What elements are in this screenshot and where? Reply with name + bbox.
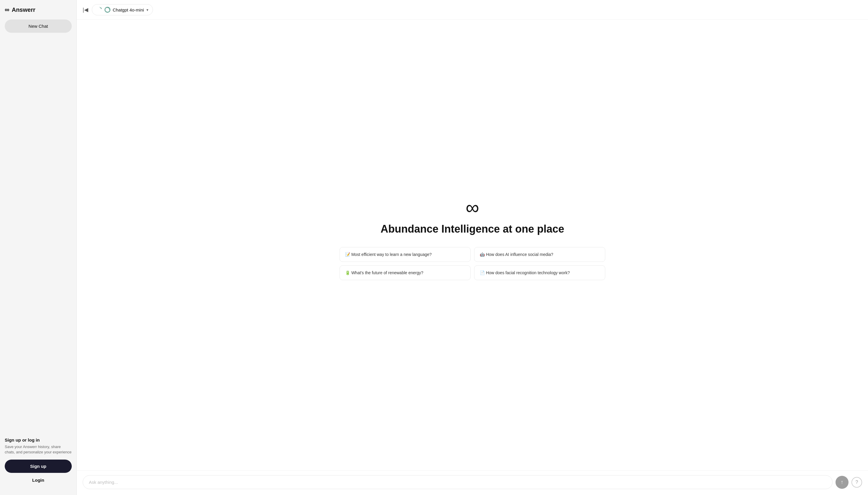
hero-section: ∞ Abundance Intelligence at one place <box>380 198 564 235</box>
signin-section: Sign up or log in Save your Answerr hist… <box>5 438 72 484</box>
suggestion-card-3[interactable]: 📄 How does facial recognition technology… <box>474 266 605 280</box>
model-selector-button[interactable]: Chatgpt 4o-mini ▾ <box>92 4 153 15</box>
hero-infinity-icon: ∞ <box>465 198 479 217</box>
collapse-icon: |◀ <box>83 6 88 13</box>
hero-title: Abundance Intelligence at one place <box>380 223 564 235</box>
gpt-logo-icon <box>96 7 102 13</box>
signin-title: Sign up or log in <box>5 438 72 442</box>
openai-logo-icon <box>104 7 110 13</box>
header: |◀ Chatgpt 4o-mini ▾ <box>77 0 868 20</box>
new-chat-button[interactable]: New Chat <box>5 19 72 33</box>
app-name: Answerr <box>12 6 35 13</box>
help-icon: ? <box>856 480 858 485</box>
suggestion-card-2[interactable]: 🔋 What's the future of renewable energy? <box>340 266 471 280</box>
input-area: ↑ ? <box>77 470 868 495</box>
login-button[interactable]: Login <box>5 476 72 484</box>
signup-button[interactable]: Sign up <box>5 460 72 473</box>
send-icon: ↑ <box>841 479 844 485</box>
main-area: |◀ Chatgpt 4o-mini ▾ ∞ Abundance Intelli… <box>77 0 868 495</box>
help-button[interactable]: ? <box>851 477 862 488</box>
collapse-sidebar-button[interactable]: |◀ <box>83 6 88 13</box>
suggestion-card-0[interactable]: 📝 Most efficient way to learn a new lang… <box>340 247 471 262</box>
logo-area: ∞ Answerr <box>5 6 72 14</box>
send-button[interactable]: ↑ <box>835 476 849 489</box>
content-area: ∞ Abundance Intelligence at one place 📝 … <box>77 20 868 470</box>
sidebar: ∞ Answerr New Chat Sign up or log in Sav… <box>0 0 77 495</box>
suggestion-card-1[interactable]: 🤖 How does AI influence social media? <box>474 247 605 262</box>
suggestion-grid: 📝 Most efficient way to learn a new lang… <box>340 247 605 280</box>
model-name: Chatgpt 4o-mini <box>113 7 144 12</box>
signin-description: Save your Answerr history, share chats, … <box>5 444 72 455</box>
chevron-down-icon: ▾ <box>147 8 149 12</box>
chat-input[interactable] <box>83 475 833 489</box>
logo-icon: ∞ <box>5 6 10 14</box>
sidebar-spacer <box>5 33 72 438</box>
